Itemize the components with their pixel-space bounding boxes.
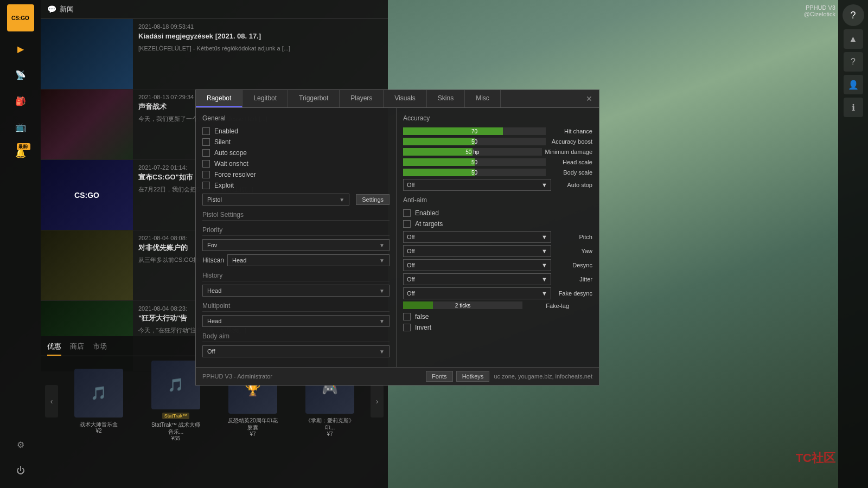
news-thumb-4 — [41, 230, 133, 300]
tab-misc[interactable]: Misc — [465, 90, 501, 107]
fakedesync-arrow: ▼ — [541, 290, 547, 297]
fov-dropdown-value: Fov — [207, 242, 217, 248]
settings-button[interactable]: ⚙ — [10, 434, 31, 455]
fakelag-bar[interactable]: 2 ticks — [403, 301, 522, 309]
slider-bar-min-damage[interactable]: 50 hp — [403, 148, 542, 156]
fov-dropdown-arrow: ▼ — [379, 242, 385, 248]
tab-market[interactable]: 市场 — [93, 339, 107, 356]
desync-arrow: ▼ — [541, 262, 547, 268]
cheat-close-button[interactable]: ✕ — [579, 90, 599, 107]
slider-bar-hit-chance[interactable]: 70 — [403, 127, 546, 135]
anti-aim-section-title: Anti-aim — [403, 196, 592, 204]
store-item-label-3: 反恐精英20周年印花胶囊 — [226, 417, 280, 431]
fov-dropdown[interactable]: Fov ▼ — [202, 239, 390, 251]
csgo-logo[interactable]: CS:GO — [7, 4, 34, 31]
label-accuracy-boost: Accuracy boost — [549, 138, 592, 145]
right-hud: ? ▲ ? 👤 ℹ — [838, 0, 868, 488]
play-button[interactable]: ▶ — [10, 38, 31, 60]
checkbox-autoscope[interactable] — [202, 149, 210, 157]
yaw-dropdown[interactable]: Off ▼ — [403, 245, 551, 257]
fakedesync-dropdown[interactable]: Off ▼ — [403, 287, 551, 299]
aa-desync-row: Off ▼ Desync — [403, 259, 592, 271]
power-button[interactable]: ⏻ — [10, 460, 31, 481]
label-enabled: Enabled — [214, 127, 238, 135]
notification-badge: 最新! — [17, 143, 30, 150]
hud-profile-btn[interactable]: 👤 — [844, 75, 863, 94]
jitter-dropdown[interactable]: Off ▼ — [403, 273, 551, 285]
hud-info-btn[interactable]: ℹ — [844, 98, 863, 117]
checkbox-invert[interactable] — [403, 324, 411, 331]
history-dropdown[interactable]: Head ▼ — [202, 285, 390, 297]
message-icon: 💬 — [47, 5, 56, 14]
label-forceresolver: Force resolver — [214, 171, 256, 178]
store-price-4: ¥7 — [327, 431, 333, 437]
tab-players[interactable]: Players — [340, 90, 384, 107]
store-price-3: ¥7 — [250, 431, 256, 437]
slider-bar-accuracy-boost[interactable]: 50 — [403, 138, 546, 145]
desync-dropdown[interactable]: Off ▼ — [403, 259, 551, 271]
news-button[interactable]: 🔔 最新! — [10, 142, 31, 164]
checkbox-waitonshot[interactable] — [202, 160, 210, 168]
hitscan-dropdown-value: Head — [232, 257, 246, 264]
checkbox-silent[interactable] — [202, 138, 210, 146]
multipoint-dropdown-row: Head ▼ — [202, 315, 390, 327]
fakelag-value: 2 ticks — [403, 301, 522, 309]
cheat-left-panel: General Enabled Silent Auto scope Wait o… — [196, 108, 397, 367]
news-thumb-3: CS:GO — [41, 160, 133, 230]
cheat-tabs: Ragebot Legitbot Triggerbot Players Visu… — [196, 90, 599, 108]
store-next-button[interactable]: › — [371, 385, 384, 418]
aa-option-unlag: false — [403, 313, 592, 320]
tab-legitbot[interactable]: Legitbot — [242, 90, 288, 107]
news-item-1[interactable]: 2021-08-18 09:53:41 Kiadási megjegyzések… — [41, 19, 388, 89]
checkbox-unlag[interactable] — [403, 313, 411, 320]
watermark-user: @Cizelotick — [804, 11, 835, 17]
checkbox-enabled[interactable] — [202, 127, 210, 135]
tab-skins[interactable]: Skins — [427, 90, 465, 107]
pitch-dropdown[interactable]: Off ▼ — [403, 231, 551, 243]
radio-button[interactable]: 📡 — [10, 64, 31, 86]
label-jitter: Jitter — [554, 276, 592, 282]
history-dropdown-row: Head ▼ — [202, 285, 390, 297]
checkbox-aa-at-targets[interactable] — [403, 220, 411, 228]
hud-rank-btn[interactable]: ▲ — [844, 29, 863, 49]
multipoint-dropdown[interactable]: Head ▼ — [202, 315, 390, 327]
aa-option-enabled: Enabled — [403, 209, 592, 217]
inventory-button[interactable]: 🎒 — [10, 90, 31, 112]
hud-avatar: ? — [843, 4, 864, 26]
checkbox-aa-enabled[interactable] — [403, 209, 411, 217]
auto-stop-dropdown[interactable]: Off ▼ — [403, 179, 551, 191]
hud-help-btn[interactable]: ? — [844, 52, 863, 72]
label-silent: Silent — [214, 138, 231, 146]
tab-visuals[interactable]: Visuals — [384, 90, 426, 107]
hitscan-dropdown-arrow: ▼ — [379, 258, 385, 264]
slider-bar-head-scale[interactable]: 50 — [403, 158, 546, 166]
hitscan-dropdown[interactable]: Head ▼ — [227, 254, 390, 266]
store-price-2: ¥55 — [171, 435, 181, 441]
label-desync: Desync — [554, 262, 592, 268]
cheat-right-panel: Accuracy 70 Hit chance 50 Accuracy boost — [397, 108, 599, 367]
checkbox-exploit[interactable] — [202, 182, 210, 189]
checkbox-forceresolver[interactable] — [202, 171, 210, 178]
weapon-dropdown-arrow: ▼ — [339, 197, 344, 203]
fonts-button[interactable]: Fonts — [426, 371, 453, 382]
bodyaim-dropdown[interactable]: Off ▼ — [202, 345, 390, 357]
weapon-row: Pistol ▼ Settings — [202, 194, 390, 206]
settings-button[interactable]: Settings — [356, 194, 390, 205]
aa-fakedesync-row: Off ▼ Fake desync — [403, 287, 592, 299]
store-item-label-4: 《学期：爱莉克斯》印... — [303, 417, 357, 431]
store-item-1[interactable]: 🎵 战术大师音乐盒 ¥2 — [62, 369, 135, 434]
tab-triggerbot[interactable]: Triggerbot — [288, 90, 340, 107]
slider-body-scale: 50 Body scale — [403, 169, 592, 176]
cheat-menu: Ragebot Legitbot Triggerbot Players Visu… — [195, 89, 599, 386]
tab-ragebot[interactable]: Ragebot — [196, 90, 242, 107]
hotkeys-button[interactable]: Hotkeys — [456, 371, 490, 382]
tv-button[interactable]: 📺 — [10, 116, 31, 138]
slider-bar-body-scale[interactable]: 50 — [403, 169, 546, 176]
yaw-arrow: ▼ — [541, 248, 547, 254]
tab-youhui[interactable]: 优惠 — [47, 339, 61, 356]
weapon-dropdown[interactable]: Pistol ▼ — [202, 194, 349, 206]
store-prev-button[interactable]: ‹ — [45, 385, 58, 418]
news-content-1: 2021-08-18 09:53:41 Kiadási megjegyzések… — [133, 19, 388, 89]
tab-shop[interactable]: 商店 — [70, 339, 84, 356]
footer-admin-text: PPHUD V3 - Administrator — [202, 373, 272, 380]
